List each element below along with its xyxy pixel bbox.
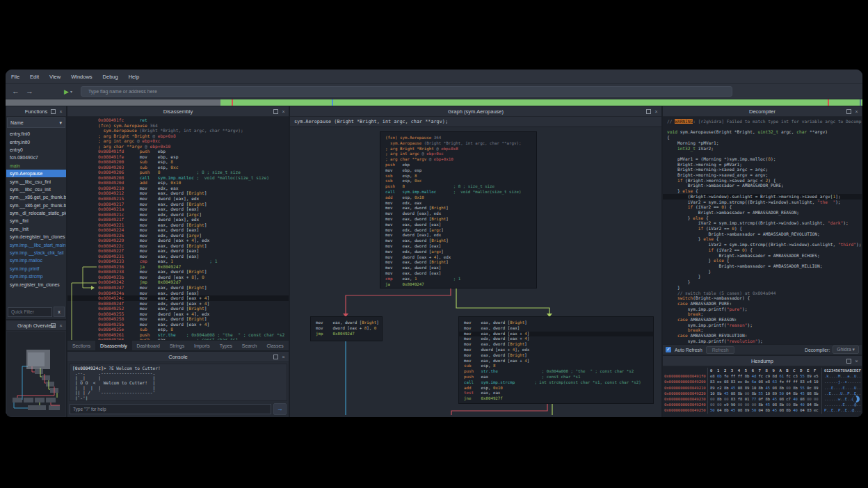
graph-node-line[interactable]: mov dword [eax + 4], edx — [385, 255, 531, 261]
tab-imports[interactable]: Imports — [189, 341, 215, 350]
graph-node-line[interactable]: sym.Aeropause (Bright *Bright, int argc,… — [385, 141, 531, 147]
float-icon[interactable] — [273, 109, 278, 114]
graph-node-line[interactable]: mov eax, dword [Bright] — [464, 342, 648, 348]
graph-overview-minimap[interactable] — [7, 332, 65, 416]
disasm-line[interactable]: 0x0804925e sub esp, 8 — [67, 327, 289, 332]
tab-classes[interactable]: Classes — [262, 341, 288, 350]
decompiler-line[interactable]: } else { — [663, 258, 862, 263]
decompiler-line[interactable]: int32_t iVar2; — [663, 146, 862, 152]
graph-node-line[interactable]: sub esp, 0xc — [385, 179, 531, 184]
debug-dropdown-caret[interactable]: ▾ — [70, 89, 72, 94]
tab-sections[interactable]: Sections — [67, 341, 95, 350]
close-icon[interactable]: × — [854, 109, 859, 114]
decompiler-line[interactable]: Bright->morning->saved_argv = argv; — [663, 172, 862, 178]
graph-node-line[interactable]: mov edx, eax — [385, 201, 531, 206]
graph-node-line[interactable]: push 8 ; 8 ; size_t size — [385, 184, 531, 190]
graph-node-line[interactable]: mov eax, dword [Bright] — [464, 320, 648, 326]
console-line[interactable]: || | / `--------------------' — [72, 390, 284, 395]
disasm-line[interactable]: 0x08049217 mov eax, dword [Bright] — [67, 202, 289, 207]
console-title-bar[interactable]: Console × — [67, 352, 289, 362]
function-list-item[interactable]: entry.fini0 — [6, 130, 66, 138]
disasm-line[interactable]: 0x08049224 mov eax, dword [eax] — [67, 227, 289, 233]
graph-node-line[interactable]: mov dword [eax + 4], edx — [464, 348, 648, 353]
decompiler-code-view[interactable]: // WARNING: [r2ghidra] Failed to match t… — [663, 117, 862, 344]
graph-node-line[interactable]: mov eax, dword [eax] — [385, 271, 531, 277]
decompiler-line[interactable]: } else { — [663, 215, 862, 221]
disasm-line[interactable]: ; arg char **argv @ ebp+0x10 — [67, 144, 289, 149]
disasm-line[interactable]: 0x0804924c mov eax, dword [eax + 4] — [67, 295, 289, 301]
graph-node-line[interactable]: mov eax, dword [eax] — [385, 266, 531, 271]
console-output[interactable]: [0x0804924c]> ?E Welcom to Cutter! .--. … — [69, 364, 287, 401]
graph-node-line[interactable]: ; arg Bright *Bright @ ebp+0x8 — [385, 147, 531, 152]
decompiler-line[interactable]: iVar2 = sym.imp.strcmp((Bright->window).… — [663, 220, 862, 226]
seek-input[interactable]: Type flag name or address here — [81, 86, 732, 97]
graph-node-line[interactable]: sub esp, 8 — [385, 174, 531, 179]
graph-node-line[interactable]: (fcn) sym.Aeropause 364 — [385, 136, 531, 141]
disasm-line[interactable]: 0x0804924a mov eax, dword [eax] — [67, 291, 289, 296]
disasm-line[interactable]: (fcn) sym.Aeropause 364 — [67, 123, 289, 129]
graph-node-line[interactable]: add esp, 0x10 — [464, 386, 648, 391]
menu-help[interactable]: Help — [129, 74, 139, 80]
decompiler-line[interactable]: break; — [663, 311, 862, 317]
graph-node-line[interactable]: mov eax, dword [eax] — [464, 326, 648, 332]
disasm-line[interactable]: 0x0804921a mov eax, dword [eax] — [67, 206, 289, 212]
quick-filter-input[interactable]: Quick Filter — [8, 307, 52, 317]
float-icon[interactable] — [846, 109, 851, 114]
graph-node-true-branch[interactable]: mov eax, dword [Bright]mov eax, dword [e… — [458, 316, 654, 404]
hexdump-row[interactable]: 0x00000000080491f0e8 6b fe ff ff 8b 4d f… — [664, 373, 862, 379]
decompiler-line[interactable]: case AMBASSADOR_PURE: — [663, 301, 862, 307]
disasm-line[interactable]: sym.Aeropause (Bright *Bright, int argc,… — [67, 128, 289, 133]
function-list-item[interactable]: entry.init0 — [6, 138, 66, 145]
float-icon[interactable] — [646, 109, 651, 114]
function-list-item[interactable]: fcn.080490c7 — [6, 154, 66, 161]
graph-node-line[interactable]: add esp, 0x10 — [385, 195, 531, 201]
decompiler-line[interactable]: } — [663, 274, 862, 279]
function-list-item[interactable]: sym.__x86.get_pc_thunk.bp — [6, 193, 66, 201]
close-icon[interactable]: × — [58, 109, 63, 114]
tab-search[interactable]: Search — [237, 341, 262, 350]
hexdump-row[interactable]: 0x000000000804921089 c2 8b 45 08 89 10 8… — [664, 385, 862, 391]
disasm-line[interactable]: 0x08049208 call sym.imp.malloc ; void *m… — [67, 175, 289, 181]
disasm-line[interactable]: 0x08049238 mov eax, dword [Bright] — [67, 269, 289, 275]
graph-node-line[interactable]: call sym.imp.malloc ; void *malloc(size_… — [385, 190, 531, 195]
decompiler-line[interactable]: Bright->ambassador = AMBASSADOR_REVOLUTI… — [663, 231, 862, 237]
function-list-item[interactable]: sym.register_tm_clones — [6, 280, 66, 288]
decompiler-line[interactable]: } else { — [663, 188, 862, 194]
decompiler-line[interactable]: (Bright->window).sunlight = Bright->morn… — [663, 194, 862, 200]
function-list-item[interactable]: sym.__libc_csu_fini — [6, 177, 66, 185]
disasm-line[interactable]: 0x08049200 sub esp, 8 — [67, 159, 289, 165]
hexdump-row[interactable]: 0x000000000804924000 00 e9 90 00 00 00 8… — [664, 402, 862, 407]
decompiler-line[interactable]: case AMBASSADOR_REVOLUTION: — [663, 333, 862, 339]
console-line[interactable]: |`-'| — [72, 396, 284, 400]
graph-node-line[interactable]: mov dword [eax + 8], 0 — [316, 326, 377, 332]
decompiler-line[interactable]: if (Bright->morning->saved_argc < 2) { — [663, 178, 862, 184]
debug-start-icon[interactable]: ▶ — [64, 88, 69, 95]
graph-node-line[interactable]: mov eax, dword [Bright] — [385, 206, 531, 211]
disasm-line[interactable]: 0x08049229 mov dword [eax + 4], edx — [67, 238, 289, 243]
decompiler-line[interactable] — [663, 151, 862, 156]
graph-node-line[interactable]: mov edx, dword [eax + 4] — [464, 336, 648, 342]
back-button[interactable]: ← — [12, 88, 19, 95]
decompiler-line[interactable]: case AMBASSADOR_REASON: — [663, 317, 862, 323]
graph-node-line[interactable]: push str.the ; 0x804a008 ; "the " ; cons… — [464, 369, 648, 375]
console-line[interactable]: .--. .--------------------. — [72, 371, 284, 375]
disasm-line[interactable]: 0x08049261 push str.the ; 0x804a008 ; "t… — [67, 332, 289, 338]
close-icon[interactable]: × — [854, 359, 859, 364]
decompiler-line[interactable]: // WARNING: [r2ghidra] Failed to match t… — [663, 119, 862, 124]
disasm-line[interactable]: 0x08049203 sub esp, 0xc — [67, 165, 289, 170]
disasm-line[interactable]: 0x080491fe mov ebp, esp — [67, 154, 289, 160]
decompiler-line[interactable]: if (iVar2 == 0) { — [663, 247, 862, 253]
function-list-item[interactable]: sym.imp.__libc_start_main — [6, 241, 66, 248]
decompiler-line[interactable]: if (iVar2 == 0) { — [663, 204, 862, 210]
function-list-item[interactable]: sym.__libc_csu_init — [6, 186, 66, 193]
graph-node-line[interactable]: mov eax, dword [Bright] — [464, 353, 648, 359]
disasm-line[interactable]: ; arg int argc @ ebp+0xc — [67, 138, 289, 144]
graph-node-line[interactable]: ; arg int argc @ ebp+0xc — [385, 152, 531, 157]
console-line[interactable]: | _| | | — [72, 375, 284, 380]
graph-node-line[interactable]: jne 0x804927f — [464, 396, 648, 402]
function-list-item[interactable]: sym.imp.__stack_chk_fail — [6, 249, 66, 257]
disasm-line[interactable]: 0x08049212 mov eax, dword [Bright] — [67, 190, 289, 196]
graph-node-line[interactable]: jmp 0x80492d7 — [316, 332, 377, 337]
disasm-line[interactable]: 0x08049210 mov edx, eax — [67, 186, 289, 191]
disasm-line[interactable]: 0x0804921f mov dword [eax], edx — [67, 217, 289, 222]
